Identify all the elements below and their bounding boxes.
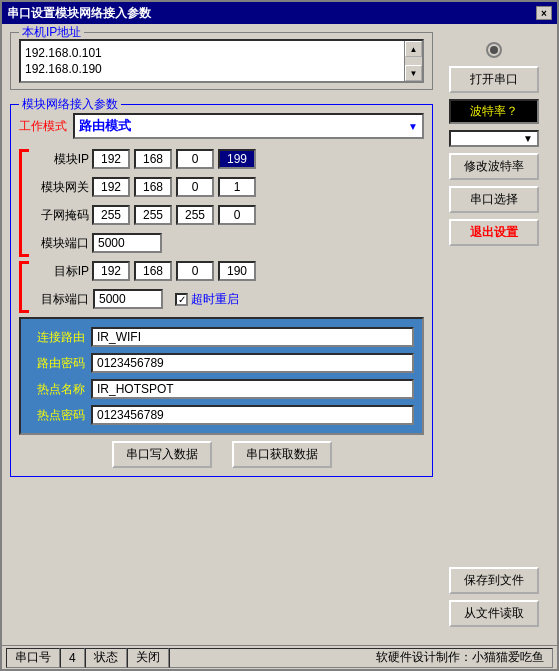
connect-router-row: 连接路由 [29,327,414,347]
title-bar: 串口设置模块网络接入参数 × [2,2,557,24]
module-section: 模块网络接入参数 工作模式 路由模式 ▼ 模块IP [10,104,433,477]
work-mode-value: 路由模式 [79,117,131,135]
module-section-label: 模块网络接入参数 [19,96,121,113]
baud-dropdown-icon: ▼ [523,133,533,144]
subnet-label: 子网掩码 [37,207,89,224]
gateway-1[interactable] [134,177,172,197]
right-panel: 打开串口 波特率？ ▼ 修改波特率 串口选择 退出设置 保存到文件 从文件读取 [439,32,549,637]
local-ip-1: 192.168.0.101 [25,45,402,61]
hotspot-pwd-input[interactable] [91,405,414,425]
port-select-button[interactable]: 串口选择 [449,186,539,213]
write-button[interactable]: 串口写入数据 [112,441,212,468]
save-file-button[interactable]: 保存到文件 [449,567,539,594]
local-ip-2: 192.168.0.190 [25,61,402,77]
status-port-value: 4 [60,648,85,668]
timeout-label: 超时重启 [191,291,239,308]
module-port-label: 模块端口 [37,235,89,252]
main-window: 串口设置模块网络接入参数 × 本机IP地址 192.168.0.101 192.… [0,0,559,671]
module-ip-group [92,149,256,169]
target-ip-2[interactable] [176,261,214,281]
target-port-label: 目标端口 [37,291,89,308]
gateway-3[interactable] [218,177,256,197]
module-ip-0[interactable] [92,149,130,169]
work-mode-label: 工作模式 [19,118,67,135]
radio-button[interactable] [486,42,502,58]
router-pwd-input[interactable] [91,353,414,373]
lower-bracket [19,261,29,313]
open-port-button[interactable]: 打开串口 [449,66,539,93]
hotspot-name-input[interactable] [91,379,414,399]
router-pwd-row: 路由密码 [29,353,414,373]
module-ip-row: 模块IP [37,149,424,169]
modify-baud-button[interactable]: 修改波特率 [449,153,539,180]
subnet-0[interactable] [92,205,130,225]
subnet-group [92,205,256,225]
scroll-down-btn[interactable]: ▼ [405,65,422,81]
target-ip-group [92,261,256,281]
scroll-up-btn[interactable]: ▲ [405,41,422,57]
status-bar: 串口号 4 状态 关闭 软硬件设计制作：小猫猫爱吃鱼 [2,645,557,669]
hotspot-pwd-row: 热点密码 [29,405,414,425]
hotspot-pwd-label: 热点密码 [29,407,85,424]
target-ip-label: 目标IP [37,263,89,280]
subnet-3[interactable] [218,205,256,225]
target-ip-3[interactable] [218,261,256,281]
work-mode-select[interactable]: 路由模式 ▼ [73,113,424,139]
subnet-1[interactable] [134,205,172,225]
target-port-input[interactable] [93,289,163,309]
gateway-label: 模块网关 [37,179,89,196]
subnet-2[interactable] [176,205,214,225]
window-title: 串口设置模块网络接入参数 [7,5,151,22]
hotspot-name-label: 热点名称 [29,381,85,398]
gateway-row: 模块网关 [37,177,424,197]
module-ip-label: 模块IP [37,151,89,168]
module-port-input[interactable] [92,233,162,253]
close-button[interactable]: × [536,6,552,20]
upper-bracket [19,149,29,257]
hotspot-name-row: 热点名称 [29,379,414,399]
left-panel: 本机IP地址 192.168.0.101 192.168.0.190 ▲ ▼ 模… [10,32,433,637]
target-ip-1[interactable] [134,261,172,281]
read-button[interactable]: 串口获取数据 [232,441,332,468]
gateway-group [92,177,256,197]
main-content: 本机IP地址 192.168.0.101 192.168.0.190 ▲ ▼ 模… [2,24,557,645]
bottom-buttons: 串口写入数据 串口获取数据 [19,441,424,468]
connect-router-input[interactable] [91,327,414,347]
module-ip-3[interactable] [218,149,256,169]
router-pwd-label: 路由密码 [29,355,85,372]
timeout-checkbox-label[interactable]: ✓ 超时重启 [175,291,239,308]
blue-panel: 连接路由 路由密码 热点名称 热点密码 [19,317,424,435]
target-ip-row: 目标IP [37,261,424,281]
status-info: 软硬件设计制作：小猫猫爱吃鱼 [169,648,553,668]
read-file-button[interactable]: 从文件读取 [449,600,539,627]
module-port-row: 模块端口 [37,233,424,253]
status-state-label: 状态 [85,648,127,668]
status-port-label: 串口号 [6,648,60,668]
module-ip-2[interactable] [176,149,214,169]
subnet-row: 子网掩码 [37,205,424,225]
local-ip-section: 本机IP地址 192.168.0.101 192.168.0.190 ▲ ▼ [10,32,433,90]
target-port-row: 目标端口 ✓ 超时重启 [37,289,424,309]
baud-rate-display: 波特率？ [449,99,539,124]
baud-select[interactable]: ▼ [449,130,539,147]
gateway-2[interactable] [176,177,214,197]
exit-button[interactable]: 退出设置 [449,219,539,246]
timeout-checkbox[interactable]: ✓ [175,293,188,306]
work-mode-row: 工作模式 路由模式 ▼ [19,113,424,139]
target-ip-0[interactable] [92,261,130,281]
module-ip-1[interactable] [134,149,172,169]
gateway-0[interactable] [92,177,130,197]
radio-inner [490,46,498,54]
connect-router-label: 连接路由 [29,329,85,346]
dropdown-arrow-icon: ▼ [408,121,418,132]
status-state-value: 关闭 [127,648,169,668]
